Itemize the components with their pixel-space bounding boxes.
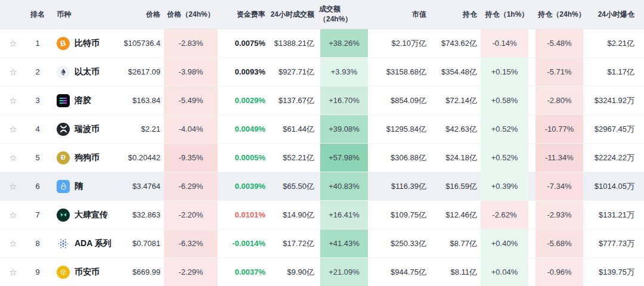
cell-oi: $743.62亿 — [429, 29, 479, 57]
cell-coin: Ð狗狗币 — [49, 144, 117, 172]
funding-rate-value: 0.0049% — [235, 125, 265, 133]
cell-vol: $61.44亿 — [268, 115, 319, 143]
cell-star: ☆ — [0, 201, 26, 229]
cell-price24: -9.35% — [163, 144, 219, 172]
table-row[interactable]: ☆8ADA 系列$0.7081-6.32%-0.0014%$17.72亿+41.… — [0, 229, 644, 258]
cell-mcap: $944.75亿 — [369, 258, 429, 286]
cell-vol: $1388.21亿 — [268, 29, 319, 57]
cell-oi1h: +0.15% — [479, 58, 534, 86]
solana-icon — [57, 94, 70, 107]
price-value: $3.4764 — [132, 182, 160, 191]
col-header-price24[interactable]: 价格（24h%） — [163, 0, 219, 29]
cell-price: $669.99 — [117, 258, 163, 286]
cell-star: ☆ — [0, 29, 26, 57]
coin-name: ADA 系列 — [75, 238, 112, 249]
table-row[interactable]: ☆6隋$3.4764-6.29%0.0039%$65.50亿+40.83%$11… — [0, 172, 644, 201]
coin-name: 狗狗币 — [75, 153, 100, 163]
coin-name: 比特币 — [75, 38, 100, 49]
cell-mcap: $109.75亿 — [369, 201, 429, 229]
volume-24h-change: +39.08% — [320, 115, 368, 143]
liquidation-24h-value: $2224.22万 — [595, 153, 634, 163]
col-header-coin[interactable]: 币种 — [49, 0, 117, 29]
col-header-vol[interactable]: 24小时成交额 — [268, 0, 319, 29]
cell-oi1h: +0.58% — [479, 86, 534, 114]
liquidation-24h-value: $139.75万 — [599, 267, 634, 278]
col-header-oi[interactable]: 持仓 — [429, 0, 479, 29]
cell-vol: $137.67亿 — [268, 86, 319, 114]
table-row[interactable]: ☆4瑞波币$2.21-4.04%0.0049%$61.44亿+39.08%$12… — [0, 115, 644, 144]
cell-funding: 0.0101% — [219, 201, 268, 229]
cell-vol24: +38.26% — [319, 29, 369, 57]
col-header-label-funding: 资金费率 — [237, 10, 265, 20]
table-row[interactable]: ☆2以太币$2617.09-3.98%0.0093%$927.71亿+3.93%… — [0, 58, 644, 86]
open-interest-1h-change: -2.62% — [481, 201, 528, 229]
favorite-star-icon[interactable]: ☆ — [9, 239, 17, 248]
funding-rate-value: 0.0037% — [235, 268, 265, 276]
cell-coin: 隋 — [49, 172, 117, 200]
col-header-oi24h[interactable]: 持仓（24h%） — [534, 0, 589, 29]
favorite-star-icon[interactable]: ☆ — [9, 67, 17, 76]
cell-rank: 7 — [26, 201, 49, 229]
volume-24h-change: +16.41% — [320, 201, 368, 229]
cell-liq: $139.75万 — [589, 258, 644, 286]
cell-funding: 0.0005% — [219, 144, 268, 172]
col-header-star — [0, 0, 26, 29]
favorite-star-icon[interactable]: ☆ — [9, 268, 17, 276]
cell-oi24h: -0.96% — [534, 258, 589, 286]
col-header-label-price: 价格 — [146, 10, 160, 20]
rank-value: 2 — [35, 67, 39, 76]
cell-price: $0.7081 — [117, 229, 163, 257]
cell-star: ☆ — [0, 258, 26, 286]
price-value: $669.99 — [132, 268, 160, 276]
cell-mcap: $250.33亿 — [369, 229, 429, 257]
col-header-label-mcap: 市值 — [412, 10, 426, 20]
cell-coin: 大肆宣传 — [49, 201, 117, 229]
liquidation-24h-value: $2967.45万 — [595, 124, 634, 135]
liquidation-24h-value: $2.21亿 — [607, 38, 634, 49]
price-value: $0.20442 — [128, 153, 160, 162]
cell-coin: 溶胶 — [49, 86, 117, 114]
volume-24h-value: $65.50亿 — [283, 181, 314, 192]
cell-liq: $2224.22万 — [589, 144, 644, 172]
col-header-oi1h[interactable]: 持仓（1h%） — [479, 0, 534, 29]
cell-price24: -2.83% — [163, 29, 219, 57]
price-24h-change: -9.35% — [164, 144, 218, 172]
open-interest-1h-change: +0.15% — [481, 58, 528, 86]
col-header-mcap[interactable]: 市值 — [369, 0, 429, 29]
volume-24h-change: +41.43% — [320, 229, 368, 257]
cell-liq: $131.21万 — [589, 201, 644, 229]
volume-24h-change: +16.70% — [320, 86, 368, 114]
favorite-star-icon[interactable]: ☆ — [9, 210, 17, 219]
table-row[interactable]: ☆1B比特币$105736.4-2.83%0.0075%$1388.21亿+38… — [0, 29, 644, 58]
favorite-star-icon[interactable]: ☆ — [9, 39, 17, 48]
col-header-label-oi1h: 持仓（1h%） — [485, 10, 529, 20]
cell-oi: $72.14亿 — [429, 86, 479, 114]
favorite-star-icon[interactable]: ☆ — [9, 96, 17, 105]
cell-price24: -6.32% — [163, 229, 219, 257]
col-header-funding[interactable]: 资金费率 — [219, 0, 268, 29]
open-interest-1h-change: -0.14% — [481, 29, 528, 57]
cell-liq: $2.21亿 — [589, 29, 644, 57]
rank-value: 3 — [35, 96, 39, 105]
col-header-vol24[interactable]: 成交额（24h%） — [319, 0, 369, 29]
cell-star: ☆ — [0, 115, 26, 143]
favorite-star-icon[interactable]: ☆ — [9, 153, 17, 162]
table-row[interactable]: ☆7大肆宣传$32.863-2.20%0.0101%$14.90亿+16.41%… — [0, 201, 644, 229]
volume-24h-value: $61.44亿 — [283, 124, 314, 135]
col-header-price[interactable]: 价格 — [117, 0, 163, 29]
funding-rate-value: 0.0039% — [235, 182, 265, 191]
cell-oi24h: -7.34% — [534, 172, 589, 200]
favorite-star-icon[interactable]: ☆ — [9, 182, 17, 191]
favorite-star-icon[interactable]: ☆ — [9, 125, 17, 133]
open-interest-value: $12.46亿 — [445, 210, 477, 220]
liquidation-24h-value: $777.73万 — [599, 238, 634, 249]
market-cap-value: $116.39亿 — [391, 181, 426, 192]
col-header-rank[interactable]: 排名 — [26, 0, 49, 29]
table-row[interactable]: ☆3溶胶$163.84-5.49%0.0029%$137.67亿+16.70%$… — [0, 86, 644, 115]
table-row[interactable]: ☆5Ð狗狗币$0.20442-9.35%0.0005%$52.21亿+57.98… — [0, 144, 644, 172]
coin-name: 以太币 — [75, 67, 100, 77]
table-row[interactable]: ☆9币安币$669.99-2.29%0.0037%$9.90亿+21.09%$9… — [0, 258, 644, 286]
cell-rank: 1 — [26, 29, 49, 57]
open-interest-24h-change: -5.71% — [535, 58, 583, 86]
col-header-liq[interactable]: 24小时爆仓 — [589, 0, 644, 29]
